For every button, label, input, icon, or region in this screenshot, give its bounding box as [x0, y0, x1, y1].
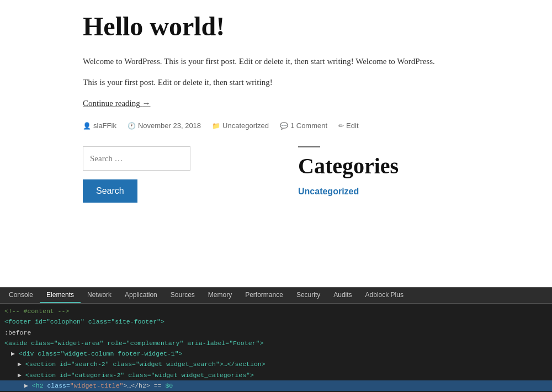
category-link[interactable]: Uncategorized	[222, 121, 269, 130]
code-line: <!-- #content -->	[0, 306, 552, 316]
devtools-tab-elements[interactable]: Elements	[40, 288, 81, 303]
devtools-tab-performance[interactable]: Performance	[238, 288, 290, 303]
search-button[interactable]: Search	[83, 179, 137, 203]
code-line: ▶ <section id="categories-2" class="widg…	[0, 370, 552, 380]
calendar-icon: 🕐	[128, 122, 136, 130]
author-icon: 👤	[83, 122, 91, 130]
meta-category: 📁 Uncategorized	[212, 121, 269, 130]
continue-reading-link[interactable]: Continue reading →	[83, 99, 150, 108]
code-line: <aside class="widget-area" role="complem…	[0, 338, 552, 348]
post-meta: 👤 slaFFik 🕐 November 23, 2018 📁 Uncatego…	[83, 121, 469, 130]
devtools-tab-security[interactable]: Security	[290, 288, 327, 303]
post-body: Welcome to WordPress. This is your first…	[83, 55, 469, 89]
devtools-tab-sources[interactable]: Sources	[164, 288, 201, 303]
meta-edit: ✏ Edit	[338, 121, 358, 130]
edit-link[interactable]: Edit	[346, 121, 358, 130]
devtools-tab-network[interactable]: Network	[81, 288, 118, 303]
code-line: <footer id="colophon" class="site-footer…	[0, 316, 552, 327]
meta-comments: 💬 1 Comment	[280, 121, 327, 130]
page-wrapper: Hello world! Welcome to WordPress. This …	[0, 0, 552, 392]
devtools-tab-console[interactable]: Console	[2, 288, 40, 303]
uncategorized-link[interactable]: Uncategorized	[298, 187, 359, 196]
devtools-tab-memory[interactable]: Memory	[201, 288, 238, 303]
comment-icon: 💬	[280, 122, 288, 130]
search-input[interactable]	[83, 146, 190, 171]
comments-link[interactable]: 1 Comment	[290, 121, 327, 130]
devtools-tab-adblock plus[interactable]: Adblock Plus	[359, 288, 410, 303]
main-content: Hello world! Welcome to WordPress. This …	[0, 0, 552, 287]
categories-title: Categories	[298, 153, 469, 179]
author-link[interactable]: slaFFik	[93, 121, 116, 130]
search-box-wrapper	[83, 146, 254, 171]
code-line: :before	[0, 327, 552, 338]
devtools-tab-audits[interactable]: Audits	[327, 288, 358, 303]
code-line: ▶ <section id="search-2" class="widget w…	[0, 359, 552, 369]
meta-author: 👤 slaFFik	[83, 121, 116, 130]
devtools-tabs: ConsoleElementsNetworkApplicationSources…	[0, 288, 552, 304]
left-column: Search	[83, 146, 254, 203]
divider	[298, 146, 320, 147]
body-line2: This is your first post. Edit or delete …	[83, 76, 469, 90]
post-title: Hello world!	[83, 11, 469, 41]
code-line: ▶ <div class="widget-column footer-widge…	[0, 348, 552, 359]
two-col-layout: Search Categories Uncategorized	[83, 146, 469, 203]
folder-icon: 📁	[212, 122, 220, 130]
right-column: Categories Uncategorized	[276, 146, 469, 203]
code-line: ▶ <h2 class="widget-title">…</h2> == $0	[0, 380, 552, 391]
devtools-tab-application[interactable]: Application	[118, 288, 164, 303]
devtools-body: <!-- #content --><footer id="colophon" c…	[0, 304, 552, 392]
meta-date: 🕐 November 23, 2018	[128, 121, 201, 130]
body-line1: Welcome to WordPress. This is your first…	[83, 55, 469, 69]
edit-icon: ✏	[338, 122, 344, 130]
devtools-panel: ConsoleElementsNetworkApplicationSources…	[0, 287, 552, 392]
